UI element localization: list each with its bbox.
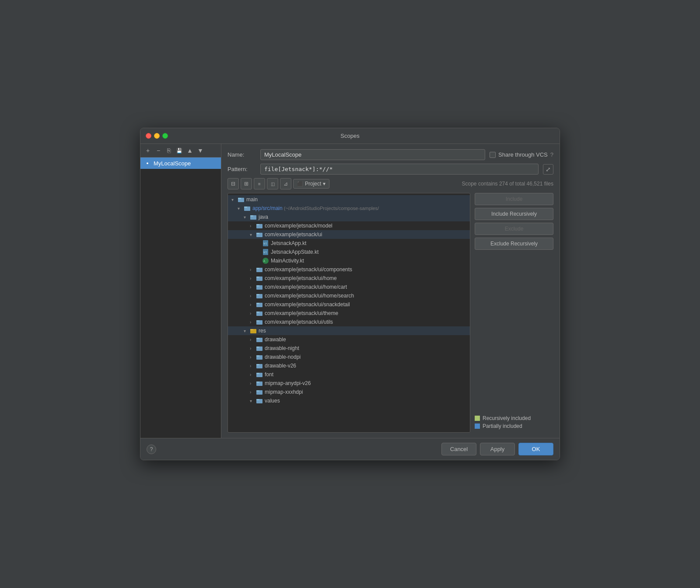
- copy-icon: ⎘: [167, 147, 171, 154]
- collapse-all-button[interactable]: ⊟: [228, 178, 239, 189]
- tree-node-com-ui-home-cart[interactable]: › com/example/jetsnack/ui/home/cart: [228, 283, 470, 291]
- remove-scope-button[interactable]: −: [154, 146, 163, 155]
- chevron-com-ui-home-cart: ›: [250, 285, 256, 290]
- svg-rect-45: [256, 390, 259, 392]
- folder-icon-drawable: [256, 336, 263, 343]
- tree-node-jetsnack-app[interactable]: kt JetsnackApp.kt: [228, 239, 470, 248]
- tree-node-com-ui-components[interactable]: › com/example/jetsnack/ui/components: [228, 265, 470, 274]
- vcs-row: Share through VCS ?: [490, 151, 553, 158]
- tree-node-mainactivity[interactable]: A MainActivity.kt: [228, 256, 470, 265]
- tree-node-com-ui-home-search[interactable]: › com/example/jetsnack/ui/home/search: [228, 291, 470, 300]
- cancel-button[interactable]: Cancel: [441, 443, 476, 455]
- tree-node-res[interactable]: ▾ res: [228, 326, 470, 335]
- file-tree[interactable]: ▾ main ▾ app/src/main (~/AndroidStu: [228, 193, 470, 433]
- chevron-com-model: ›: [250, 224, 256, 228]
- tree-node-drawable-v26[interactable]: › drawable-v26: [228, 361, 470, 370]
- save-scope-button[interactable]: 💾: [175, 146, 184, 155]
- tree-node-drawable-nodpi[interactable]: › drawable-nodpi: [228, 353, 470, 361]
- node-text-jetsnack-appstate: JetsnackAppState.kt: [271, 249, 318, 255]
- project-icon: ⬛: [297, 181, 303, 187]
- folder-icon-com-ui-snackdetail: [256, 301, 263, 308]
- node-text-jetsnack-app: JetsnackApp.kt: [271, 240, 306, 246]
- expand-all-button[interactable]: ⊞: [241, 178, 252, 189]
- tree-node-com-ui-theme[interactable]: › com/example/jetsnack/ui/theme: [228, 309, 470, 318]
- tree-node-com-ui-utils[interactable]: › com/example/jetsnack/ui/utils: [228, 318, 470, 326]
- svg-rect-25: [256, 303, 259, 304]
- sidebar: + − ⎘ 💾 ▲ ▼ ● MyLoca: [140, 144, 221, 438]
- tree-node-mipmap-xxxhdpi[interactable]: › mipmap-xxxhdpi: [228, 388, 470, 396]
- include-recursively-button[interactable]: Include Recursively: [475, 208, 553, 220]
- title-bar: Scopes: [140, 128, 560, 144]
- project-dropdown-button[interactable]: ⬛ Project ▾: [293, 179, 329, 189]
- content-row: ▾ main ▾ app/src/main (~/AndroidStu: [228, 193, 553, 433]
- tree-toolbar: ⊟ ⊞ ≡ ◫ ⊿ ⬛ Projec: [228, 178, 329, 189]
- chevron-font: ›: [250, 372, 256, 377]
- folder-icon-com-ui-home-cart: [256, 284, 263, 290]
- tree-node-drawable[interactable]: › drawable: [228, 335, 470, 344]
- tree-node-mipmap-anydpi-v26[interactable]: › mipmap-anydpi-v26: [228, 379, 470, 388]
- folder-icon-com-model: [256, 222, 263, 229]
- folder-icon-com-ui: [256, 231, 263, 238]
- include-button[interactable]: Include: [475, 193, 553, 205]
- vcs-checkbox[interactable]: [490, 152, 496, 158]
- tree-node-com-model[interactable]: › com/example/jetsnack/model: [228, 221, 470, 230]
- node-text-com-ui-home-search: com/example/jetsnack/ui/home/search: [265, 293, 354, 299]
- close-button[interactable]: [146, 133, 151, 139]
- apply-button[interactable]: Apply: [480, 443, 515, 455]
- node-text-com-ui: com/example/jetsnack/ui: [265, 231, 322, 238]
- right-action-panel: Include Include Recursively Exclude Excl…: [475, 193, 553, 433]
- folder-icon-mipmap-anydpi-v26: [256, 380, 263, 387]
- exclude-button[interactable]: Exclude: [475, 223, 553, 235]
- minimize-button[interactable]: [154, 133, 160, 139]
- tree-node-drawable-night[interactable]: › drawable-night: [228, 344, 470, 353]
- help-button[interactable]: ?: [147, 444, 156, 454]
- chevron-mipmap-anydpi-v26: ›: [250, 381, 256, 386]
- chevron-res: ▾: [244, 329, 250, 333]
- tree-node-com-ui[interactable]: ▾ com/example/jetsnack/ui: [228, 230, 470, 239]
- chevron-main: ▾: [231, 197, 238, 202]
- node-text-main: main: [246, 196, 258, 203]
- show-only-selected-button[interactable]: ◫: [267, 178, 278, 189]
- node-text-font: font: [265, 371, 273, 378]
- sidebar-item-my-local-scope[interactable]: ● MyLocalScope: [140, 158, 221, 169]
- tree-node-font[interactable]: › font: [228, 370, 470, 379]
- tree-node-main[interactable]: ▾ main: [228, 195, 470, 204]
- svg-rect-5: [250, 215, 253, 217]
- flatten-packages-button[interactable]: ≡: [254, 178, 265, 189]
- kt-file-icon-jetsnack-app: kt: [262, 240, 269, 247]
- expand-pattern-button[interactable]: ⤢: [543, 164, 553, 175]
- move-down-button[interactable]: ▼: [196, 146, 205, 155]
- svg-rect-43: [256, 382, 259, 383]
- pattern-input[interactable]: [260, 164, 539, 175]
- chevron-com-ui-utils: ›: [250, 320, 256, 325]
- copy-scope-button[interactable]: ⎘: [164, 146, 174, 155]
- tree-toolbar-row: ⊟ ⊞ ≡ ◫ ⊿ ⬛ Projec: [228, 178, 553, 189]
- tree-node-java[interactable]: ▾ java: [228, 213, 470, 221]
- node-text-java: java: [259, 214, 268, 220]
- folder-icon-app-src-main: [244, 205, 251, 212]
- tree-node-com-ui-snackdetail[interactable]: › com/example/jetsnack/ui/snackdetail: [228, 300, 470, 309]
- node-text-com-ui-utils: com/example/jetsnack/ui/utils: [265, 319, 333, 325]
- move-up-button[interactable]: ▲: [185, 146, 195, 155]
- sidebar-item-label: MyLocalScope: [154, 160, 191, 167]
- node-text-com-ui-components: com/example/jetsnack/ui/components: [265, 266, 352, 273]
- node-text-mipmap-xxxhdpi: mipmap-xxxhdpi: [265, 389, 303, 395]
- name-input[interactable]: [260, 149, 485, 160]
- ok-button[interactable]: OK: [518, 443, 553, 455]
- collapse-all-icon: ⊟: [231, 181, 235, 187]
- tree-node-jetsnack-appstate[interactable]: kt JetsnackAppState.kt: [228, 248, 470, 256]
- tree-node-app-src-main[interactable]: ▾ app/src/main (~/AndroidStudioProjects/…: [228, 204, 470, 213]
- exclude-recursively-button[interactable]: Exclude Recursively: [475, 238, 553, 250]
- filter-icon: ⊿: [284, 181, 288, 187]
- chevron-com-ui: ▾: [250, 232, 256, 237]
- maximize-button[interactable]: [162, 133, 168, 139]
- tree-node-com-ui-home[interactable]: › com/example/jetsnack/ui/home: [228, 274, 470, 283]
- folder-icon-drawable-night: [256, 345, 263, 352]
- filter-button[interactable]: ⊿: [280, 178, 291, 189]
- vcs-help-icon[interactable]: ?: [550, 151, 553, 158]
- tree-node-values[interactable]: ▾ values: [228, 396, 470, 405]
- add-scope-button[interactable]: +: [143, 146, 153, 155]
- name-row: Name: Share through VCS ?: [228, 149, 553, 160]
- svg-rect-37: [256, 355, 259, 357]
- activity-file-icon-mainactivity: A: [262, 257, 269, 264]
